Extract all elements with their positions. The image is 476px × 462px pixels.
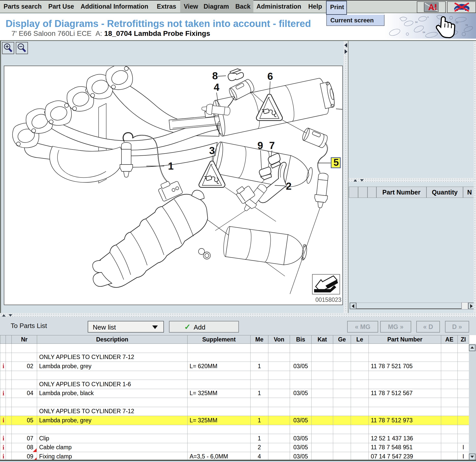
svg-text:63: 63 [456, 21, 458, 24]
svg-text:04: 04 [423, 31, 425, 34]
svg-text:72: 72 [465, 24, 468, 26]
svg-text:5: 5 [333, 157, 339, 168]
svg-text:9: 9 [257, 140, 263, 151]
svg-text:A: A [427, 16, 429, 18]
svg-text:6: 6 [267, 71, 273, 82]
svg-text:8: 8 [212, 70, 218, 81]
svg-text:2: 2 [286, 181, 291, 192]
svg-text:4: 4 [214, 82, 220, 93]
svg-text:34: 34 [415, 21, 418, 23]
svg-text:1: 1 [168, 160, 174, 172]
svg-text:00158023: 00158023 [315, 296, 341, 303]
svg-text:7: 7 [269, 140, 275, 151]
svg-text:3: 3 [209, 145, 215, 156]
